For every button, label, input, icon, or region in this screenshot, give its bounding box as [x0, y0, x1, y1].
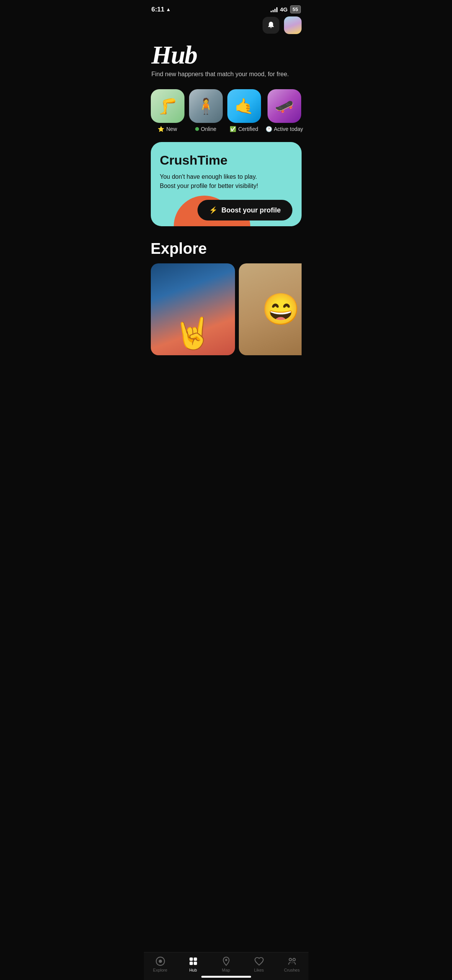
bolt-icon: ⚡	[209, 206, 217, 214]
home-indicator	[201, 976, 251, 978]
location-arrow-icon: ▲	[166, 7, 171, 12]
explore-card-2-image: 😄	[239, 263, 302, 355]
page-subtitle: Find new happners that match your mood, …	[152, 71, 301, 78]
category-online-image: 🧍	[189, 89, 223, 123]
explore-nav-icon	[155, 956, 165, 966]
notification-button[interactable]	[263, 17, 279, 34]
map-nav-icon	[221, 956, 231, 966]
category-new[interactable]: 🦵 ⭐ New	[151, 89, 184, 132]
explore-grid: 🤘 😄 👤	[151, 263, 302, 359]
avatar-image	[284, 16, 302, 34]
profile-avatar[interactable]	[284, 16, 302, 34]
category-certified-image: 🤙	[227, 89, 261, 123]
new-label-text: New	[166, 126, 177, 132]
svg-point-6	[225, 959, 227, 961]
page-title: Hub	[152, 42, 301, 68]
category-certified-label: ✅ Certified	[230, 126, 258, 132]
nav-item-crushes[interactable]: Crushes	[276, 956, 308, 972]
status-right: 4G 55	[271, 5, 300, 13]
time-display: 6:11	[152, 6, 165, 13]
hub-nav-icon	[188, 956, 198, 966]
category-online-placeholder: 🧍	[189, 89, 223, 123]
category-new-label: ⭐ New	[158, 126, 177, 132]
online-dot-icon	[195, 127, 199, 131]
crushtime-title: CrushTime	[160, 153, 292, 168]
explore-title: Explore	[151, 240, 302, 257]
svg-rect-2	[189, 957, 193, 961]
crushtime-card: CrushTime You don't have enough likes to…	[151, 142, 302, 226]
online-label-text: Online	[201, 126, 216, 132]
explore-nav-label: Explore	[153, 968, 167, 972]
svg-rect-4	[189, 962, 193, 965]
boost-profile-button[interactable]: ⚡ Boost your profile	[197, 200, 292, 220]
category-certified[interactable]: 🤙 ✅ Certified	[227, 89, 261, 132]
category-active-image: 🛹	[268, 89, 301, 123]
certified-label-text: Certified	[238, 126, 258, 132]
category-active-placeholder: 🛹	[268, 89, 301, 123]
nav-item-hub[interactable]: Hub	[177, 956, 210, 972]
active-clock-icon: 🕐	[266, 126, 272, 132]
explore-card-1[interactable]: 🤘	[151, 263, 235, 355]
status-time: 6:11 ▲	[152, 6, 171, 13]
crushes-nav-icon	[287, 956, 297, 966]
svg-point-7	[289, 958, 292, 961]
nav-item-explore[interactable]: Explore	[144, 956, 177, 972]
category-active-label: 🕐 Active today	[266, 126, 303, 132]
likes-nav-icon	[254, 956, 264, 966]
svg-point-1	[158, 960, 162, 963]
category-filter-row: 🦵 ⭐ New 🧍 Online 🤙 ✅ Certified	[144, 85, 308, 139]
hub-nav-label: Hub	[189, 968, 197, 972]
explore-section: Explore 🤘 😄 👤	[144, 237, 308, 359]
svg-rect-3	[194, 957, 197, 961]
page-header: Hub Find new happners that match your mo…	[144, 38, 308, 85]
network-label: 4G	[280, 6, 287, 13]
crushes-nav-label: Crushes	[284, 968, 300, 972]
category-certified-placeholder: 🤙	[227, 89, 261, 123]
nav-item-likes[interactable]: Likes	[243, 956, 276, 972]
battery-indicator: 55	[290, 5, 301, 13]
svg-point-9	[291, 962, 292, 963]
nav-item-map[interactable]: Map	[210, 956, 243, 972]
bell-icon	[267, 21, 275, 29]
explore-card-1-image: 🤘	[151, 263, 235, 355]
status-bar: 6:11 ▲ 4G 55	[144, 0, 308, 16]
map-nav-label: Map	[222, 968, 230, 972]
new-star-icon: ⭐	[158, 126, 164, 132]
category-online-label: Online	[195, 126, 216, 132]
category-new-image: 🦵	[151, 89, 184, 123]
likes-nav-label: Likes	[254, 968, 264, 972]
svg-point-8	[293, 958, 295, 961]
category-active-today[interactable]: 🛹 🕐 Active today	[266, 89, 303, 132]
signal-bars-icon	[271, 7, 277, 12]
boost-button-label: Boost your profile	[221, 206, 281, 214]
category-online[interactable]: 🧍 Online	[189, 89, 223, 132]
top-icons-row	[144, 16, 308, 38]
svg-rect-5	[194, 962, 197, 965]
category-new-placeholder: 🦵	[151, 89, 184, 123]
certified-badge-icon: ✅	[230, 126, 236, 132]
active-label-text: Active today	[274, 126, 303, 132]
explore-card-2[interactable]: 😄	[239, 263, 302, 355]
